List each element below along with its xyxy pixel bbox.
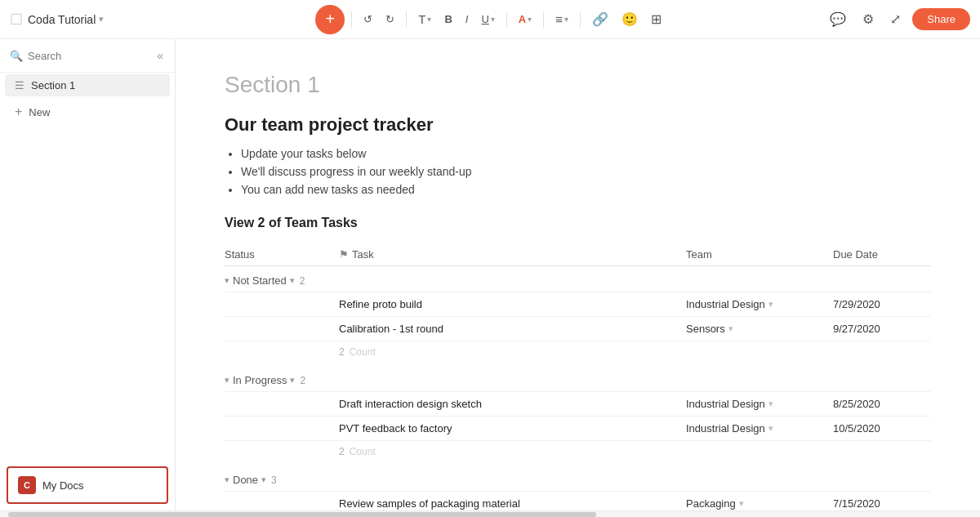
new-icon: + <box>15 105 22 119</box>
cell-team: Industrial Design ▾ <box>686 422 833 435</box>
cell-team: Sensors ▾ <box>686 323 833 335</box>
sidebar-item-label-section1: Section 1 <box>31 79 75 91</box>
status-group-done: ▾ Done ▾ 3 Review samples of packaging m… <box>225 469 931 510</box>
align-button[interactable]: ≡ ▾ <box>550 9 573 29</box>
table-row: Draft interaction design sketch Industri… <box>225 391 931 416</box>
divider-4 <box>543 11 544 28</box>
doc-title[interactable]: Coda Tutorial ▾ <box>28 13 104 26</box>
bullet-item-1: Update your tasks below <box>241 147 931 160</box>
toolbar-right: 💬 ⚙ ⤢ Share <box>825 8 970 30</box>
horizontal-scrollbar[interactable] <box>0 510 980 517</box>
my-docs-icon: C <box>18 476 36 494</box>
comment-button[interactable]: 💬 <box>825 8 851 30</box>
team-dropdown-0-0[interactable]: ▾ <box>768 299 773 310</box>
cell-due-date: 10/5/2020 <box>833 422 931 435</box>
search-icon: 🔍 <box>10 50 23 62</box>
table-row: Review samples of packaging material Pac… <box>225 491 931 510</box>
cell-due-date: 7/15/2020 <box>833 497 931 510</box>
chevron-not-started[interactable]: ▾ <box>225 275 229 286</box>
underline-button[interactable]: U ▾ <box>476 10 499 29</box>
text-style-button[interactable]: T ▾ <box>413 9 436 29</box>
collapse-sidebar-button[interactable]: « <box>155 47 165 64</box>
cell-team: Industrial Design ▾ <box>686 398 833 410</box>
scrollbar-thumb[interactable] <box>8 512 596 517</box>
dropdown-in-progress[interactable]: ▾ <box>290 375 295 386</box>
header-due-date: Due Date <box>833 248 931 261</box>
page-title: Our team project tracker <box>225 114 931 136</box>
count-row-not-started: 2 Count <box>225 341 931 363</box>
sidebar-new-button[interactable]: + New <box>5 100 170 124</box>
add-button[interactable]: + <box>315 5 345 34</box>
chevron-in-progress[interactable]: ▾ <box>225 375 229 386</box>
status-row-header-done: ▾ Done ▾ 3 <box>225 469 931 491</box>
status-group-not-started: ▾ Not Started ▾ 2 Refine proto build Ind… <box>225 270 931 363</box>
bullet-item-3: You can add new tasks as needed <box>241 183 931 196</box>
header-status: Status <box>225 248 339 261</box>
sidebar-search-container: 🔍 « <box>0 39 175 73</box>
cell-task: Calibration - 1st round <box>339 323 686 335</box>
header-task: ⚑ Task <box>339 248 686 261</box>
chevron-done[interactable]: ▾ <box>225 475 229 485</box>
count-row-in-progress: 2 Count <box>225 440 931 462</box>
doc-title-arrow: ▾ <box>99 14 104 25</box>
my-docs-label: My Docs <box>42 479 84 492</box>
sidebar-new-label: New <box>29 106 50 118</box>
section-icon: ☰ <box>15 79 24 91</box>
text-color-button[interactable]: A ▾ <box>514 10 537 29</box>
table-row: Calibration - 1st round Sensors ▾ 9/27/2… <box>225 316 931 341</box>
cell-task: Refine proto build <box>339 298 686 310</box>
divider-3 <box>506 11 507 28</box>
italic-button[interactable]: I <box>461 10 474 29</box>
link-button[interactable]: 🔗 <box>587 8 613 30</box>
undo-button[interactable]: ↺ <box>359 10 377 29</box>
cell-due-date: 8/25/2020 <box>833 398 931 410</box>
section-heading: Section 1 <box>225 72 931 98</box>
count-text-not-started: 2 Count <box>339 346 931 358</box>
cell-task: Draft interaction design sketch <box>339 398 686 410</box>
bullet-item-2: We'll discuss progress in our weekly sta… <box>241 165 931 178</box>
status-row-header-in-progress: ▾ In Progress ▾ 2 <box>225 369 931 391</box>
sidebar-item-section1[interactable]: ☰ Section 1 <box>5 74 170 96</box>
expand-button[interactable]: ⤢ <box>885 8 906 30</box>
dropdown-done[interactable]: ▾ <box>261 475 266 485</box>
status-group-in-progress: ▾ In Progress ▾ 2 Draft interaction desi… <box>225 369 931 462</box>
search-input[interactable] <box>28 50 150 62</box>
table-row: Refine proto build Industrial Design ▾ 7… <box>225 292 931 316</box>
cell-team: Packaging ▾ <box>686 497 833 510</box>
status-label-done: ▾ Done ▾ 3 <box>225 474 339 486</box>
status-row-header-not-started: ▾ Not Started ▾ 2 <box>225 270 931 292</box>
team-dropdown-0-1[interactable]: ▾ <box>728 323 733 334</box>
toolbar-left: ☐ Coda Tutorial ▾ <box>10 11 157 29</box>
share-button[interactable]: Share <box>912 8 970 30</box>
settings-button[interactable]: ⚙ <box>858 8 879 30</box>
cell-team: Industrial Design ▾ <box>686 298 833 310</box>
team-dropdown-1-1[interactable]: ▾ <box>768 423 773 434</box>
emoji-button[interactable]: 🙂 <box>617 8 643 30</box>
status-label-not-started: ▾ Not Started ▾ 2 <box>225 274 339 287</box>
status-label-in-progress: ▾ In Progress ▾ 2 <box>225 374 339 386</box>
bold-button[interactable]: B <box>439 10 457 29</box>
redo-button[interactable]: ↻ <box>381 10 399 29</box>
content-area: Section 1 Our team project tracker Updat… <box>176 39 980 510</box>
flag-icon: ⚑ <box>339 248 349 261</box>
divider-5 <box>580 11 581 28</box>
bullet-list: Update your tasks below We'll discuss pr… <box>225 147 931 196</box>
toolbar-center: + ↺ ↻ T ▾ B I U ▾ A ▾ ≡ ▾ <box>163 5 818 34</box>
cell-task: PVT feedback to factory <box>339 422 686 435</box>
my-docs-button[interactable]: C My Docs <box>7 466 168 504</box>
table-row: PVT feedback to factory Industrial Desig… <box>225 416 931 440</box>
cell-task: Review samples of packaging material <box>339 497 686 510</box>
sidebar: 🔍 « ☰ Section 1 + New C My Docs <box>0 39 176 510</box>
main-area: 🔍 « ☰ Section 1 + New C My Docs Section … <box>0 39 980 510</box>
header-team: Team <box>686 248 833 261</box>
count-text-in-progress: 2 Count <box>339 446 931 457</box>
team-dropdown-1-0[interactable]: ▾ <box>768 399 773 409</box>
doc-icon: ☐ <box>10 11 23 29</box>
divider-1 <box>351 11 352 28</box>
dropdown-not-started[interactable]: ▾ <box>290 275 295 286</box>
table-button[interactable]: ⊞ <box>646 8 666 30</box>
team-dropdown-2-0[interactable]: ▾ <box>739 498 744 509</box>
divider-2 <box>406 11 407 28</box>
toolbar: ☐ Coda Tutorial ▾ + ↺ ↻ T ▾ B I U ▾ <box>0 0 980 39</box>
cell-due-date: 9/27/2020 <box>833 323 931 335</box>
